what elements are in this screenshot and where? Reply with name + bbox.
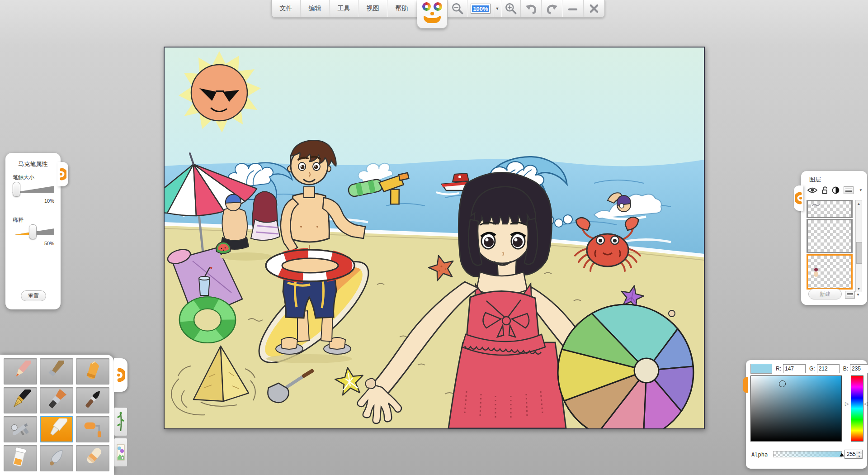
alpha-increment-button[interactable]: ▲: [856, 450, 862, 454]
close-button[interactable]: [584, 0, 604, 17]
alpha-marker-icon[interactable]: [840, 453, 844, 456]
red-input[interactable]: [783, 364, 806, 373]
sticker-picture-icon: [117, 441, 125, 464]
hue-arrow-right-icon[interactable]: ◁: [864, 401, 868, 407]
minimize-button[interactable]: [562, 0, 584, 17]
blend-half-circle-icon[interactable]: [832, 186, 840, 194]
scrollbar-thumb[interactable]: [856, 242, 862, 264]
zoom-out-icon: [451, 2, 464, 15]
tool-fountain-pen[interactable]: [4, 387, 37, 413]
tool-colored-pencil[interactable]: [4, 358, 37, 385]
green-input[interactable]: [817, 364, 840, 373]
alpha-label: Alpha: [751, 451, 768, 458]
redo-button[interactable]: [542, 0, 562, 17]
red-label: R:: [776, 366, 781, 372]
rainbow-beach-ball: [558, 304, 693, 428]
tool-marker-selected[interactable]: [40, 416, 73, 442]
zoom-out-button[interactable]: [448, 0, 467, 17]
blue-label: B:: [843, 366, 848, 372]
layers-options-caret-icon[interactable]: ▼: [856, 293, 860, 297]
tool-ink-brush[interactable]: [76, 387, 109, 413]
zoom-in-icon: [504, 2, 518, 15]
dilution-slider[interactable]: [12, 224, 54, 239]
brush-size-slider[interactable]: [12, 182, 54, 196]
color-panel-collapse-handle[interactable]: [743, 377, 748, 393]
logo-left-eye-icon: [422, 2, 431, 11]
palette-knife-icon: [46, 447, 67, 469]
redo-icon: [545, 2, 559, 15]
top-toolbar: 文件 编辑 工具 视图 帮助 100% ▼: [271, 0, 605, 18]
tool-paint-roller[interactable]: [76, 416, 109, 442]
app-logo-button[interactable]: [417, 0, 448, 28]
drawing-canvas[interactable]: [164, 47, 705, 429]
close-icon: [587, 2, 601, 15]
zoom-dropdown-button[interactable]: ▼: [494, 0, 501, 17]
brush-size-value: 10%: [44, 198, 54, 204]
visibility-icon[interactable]: [807, 187, 817, 194]
airbrush-icon: [9, 418, 31, 440]
zoom-level-field[interactable]: 100%: [467, 0, 494, 17]
orange-hook-icon: [117, 367, 125, 383]
brush-size-slider-thumb[interactable]: [13, 182, 20, 197]
menu-help[interactable]: 帮助: [387, 0, 416, 17]
brush-size-label: 笔触大小: [13, 174, 34, 181]
tool-crayon[interactable]: [76, 358, 109, 385]
undo-button[interactable]: [521, 0, 542, 17]
alpha-decrement-button[interactable]: ▼: [856, 454, 862, 458]
blue-input[interactable]: [850, 364, 868, 373]
dilution-value: 50%: [44, 241, 54, 246]
layer-item-1[interactable]: [807, 200, 853, 218]
tool-eraser[interactable]: [76, 445, 109, 471]
tool-palette-knife[interactable]: [40, 445, 73, 471]
reset-button[interactable]: 重置: [21, 290, 46, 301]
layer3-figure: [812, 267, 820, 277]
layers-panel-collapse-handle[interactable]: [794, 185, 803, 211]
clown-face-logo-icon: [422, 2, 442, 11]
lock-icon[interactable]: [821, 186, 828, 194]
color-picker-panel: R: G: B: ▷ ◁ Alpha 255 ▲ ▼: [746, 360, 867, 469]
layers-options-button[interactable]: [845, 291, 855, 299]
logo-right-eye-icon: [434, 2, 442, 11]
zoom-level-value: 100%: [472, 5, 489, 12]
scroll-up-icon[interactable]: ▲: [856, 200, 862, 207]
dilution-label: 稀释: [13, 216, 24, 224]
tool-paint-jar[interactable]: [4, 445, 37, 471]
dilution-slider-thumb[interactable]: [29, 224, 37, 239]
ink-brush-icon: [82, 390, 104, 411]
stickers-button[interactable]: [114, 438, 127, 467]
marker-panel-collapse-handle[interactable]: [57, 162, 68, 186]
zoom-in-button[interactable]: [501, 0, 521, 17]
crayon-icon: [82, 361, 104, 382]
tool-grid: [4, 358, 109, 471]
menu-tools[interactable]: 工具: [330, 0, 359, 17]
paint-jar-icon: [9, 447, 31, 469]
layer-item-3-active[interactable]: [807, 254, 853, 290]
natural-brushes-button[interactable]: [114, 407, 127, 436]
menu-file[interactable]: 文件: [272, 0, 301, 17]
tool-charcoal-stick[interactable]: [40, 358, 73, 385]
orange-hook-icon: [795, 191, 802, 205]
menu-edit[interactable]: 编辑: [301, 0, 330, 17]
layer-menu-caret-icon[interactable]: ▼: [859, 188, 863, 192]
saturation-value-field[interactable]: [750, 375, 842, 442]
new-layer-button[interactable]: 新建: [808, 289, 842, 299]
bamboo-plant-icon: [117, 410, 125, 433]
marker-icon: [46, 418, 67, 440]
hue-arrow-left-icon[interactable]: ▷: [845, 401, 849, 407]
layer-menu-button[interactable]: [844, 186, 854, 194]
layer-list-scrollbar[interactable]: ▲ ▼: [855, 200, 862, 292]
color-cursor[interactable]: [779, 380, 786, 387]
tool-airbrush[interactable]: [4, 416, 37, 442]
green-swim-ring: [179, 297, 236, 343]
logo-nose-icon: [430, 12, 434, 15]
hue-bar[interactable]: [851, 375, 863, 442]
layer-item-2[interactable]: [807, 219, 853, 253]
tool-palette-panel: [0, 355, 114, 475]
flat-brush-icon: [46, 390, 67, 411]
tool-palette-collapse-handle[interactable]: [114, 358, 127, 392]
alpha-slider[interactable]: [773, 451, 842, 457]
paint-roller-icon: [82, 418, 104, 440]
tool-flat-brush[interactable]: [40, 387, 73, 413]
layers-panel: 图层 ▼: [801, 171, 867, 305]
menu-view[interactable]: 视图: [359, 0, 387, 17]
